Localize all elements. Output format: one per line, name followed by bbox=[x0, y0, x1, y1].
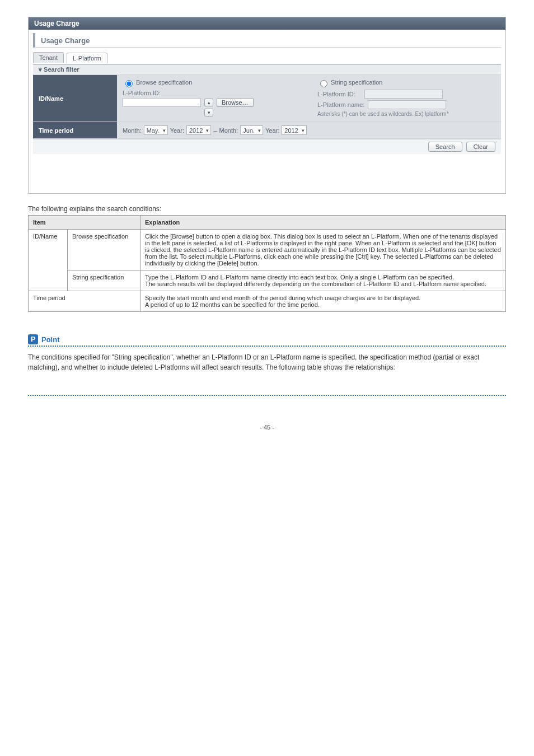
cell-idname: ID/Name bbox=[29, 230, 68, 291]
period-dash: – bbox=[213, 127, 217, 134]
cell-browse-explanation: Click the [Browse] button to open a dial… bbox=[140, 230, 506, 270]
to-year-label: Year: bbox=[265, 127, 279, 134]
cell-string-spec: String specification bbox=[68, 270, 140, 291]
to-month-select[interactable]: Jun. bbox=[240, 125, 263, 135]
browse-radio[interactable] bbox=[125, 80, 133, 87]
string-lplatform-name-label: L-Platform name: bbox=[317, 101, 364, 108]
browse-lplatform-id-input[interactable] bbox=[123, 98, 201, 107]
browse-lplatform-id-label: L-Platform ID: bbox=[123, 90, 166, 96]
to-month-label: Month: bbox=[219, 127, 238, 134]
browse-specification: Browse specification L-Platform ID: ▴ Br… bbox=[123, 78, 301, 118]
idname-row: ID/Name Browse specification L-Platform … bbox=[33, 75, 501, 122]
from-month-label: Month: bbox=[123, 127, 142, 134]
from-year-label: Year: bbox=[170, 127, 184, 134]
point-body: The conditions specified for "String spe… bbox=[28, 352, 506, 372]
arrow-up-button[interactable]: ▴ bbox=[204, 99, 213, 106]
time-period-label: Time period bbox=[33, 122, 117, 138]
point-header: P Point bbox=[28, 334, 506, 344]
browse-button[interactable]: Browse… bbox=[217, 98, 254, 107]
search-filter-body: ID/Name Browse specification L-Platform … bbox=[33, 75, 501, 139]
dotline-bottom bbox=[28, 395, 506, 396]
time-period-controls: Month: May. Year: 2012 – Month: Jun. Yea… bbox=[123, 125, 307, 135]
cell-string-explanation: Type the L-Platform ID and L-Platform na… bbox=[140, 270, 506, 291]
to-year-select[interactable]: 2012 bbox=[282, 125, 306, 135]
clear-button[interactable]: Clear bbox=[466, 142, 495, 152]
usage-charge-panel: Usage Charge Usage Charge Tenant L-Platf… bbox=[28, 17, 506, 194]
string-lplatform-id-input[interactable] bbox=[364, 90, 443, 99]
header-item: Item bbox=[29, 216, 140, 230]
cell-timeperiod-explanation: Specify the start month and end month of… bbox=[140, 291, 506, 312]
string-radio[interactable] bbox=[320, 80, 327, 87]
wildcard-hint: Asterisks (*) can be used as wildcards. … bbox=[317, 111, 495, 117]
tab-bar: Tenant L-Platform bbox=[33, 52, 501, 64]
string-title: String specification bbox=[331, 79, 382, 86]
time-period-row: Time period Month: May. Year: 2012 – Mon… bbox=[33, 122, 501, 139]
point-icon: P bbox=[28, 334, 38, 344]
table-row: ID/Name Browse specification Click the [… bbox=[29, 230, 506, 270]
tab-lplatform[interactable]: L-Platform bbox=[67, 53, 107, 63]
point-label: Point bbox=[41, 335, 60, 344]
string-specification: String specification L-Platform ID: L-Pl… bbox=[317, 78, 495, 118]
action-bar: Search Clear bbox=[33, 139, 501, 154]
panel-title: Usage Charge bbox=[29, 17, 505, 30]
string-lplatform-id-label: L-Platform ID: bbox=[317, 91, 361, 97]
string-lplatform-name-input[interactable] bbox=[368, 100, 446, 109]
from-month-select[interactable]: May. bbox=[144, 125, 168, 135]
arrow-down-button[interactable]: ▾ bbox=[204, 109, 213, 116]
from-year-select[interactable]: 2012 bbox=[186, 125, 211, 135]
cell-browse-spec: Browse specification bbox=[68, 230, 140, 270]
tab-tenant[interactable]: Tenant bbox=[33, 52, 64, 63]
search-conditions-table: Item Explanation ID/Name Browse specific… bbox=[28, 215, 506, 312]
browse-title: Browse specification bbox=[136, 79, 192, 86]
header-explanation: Explanation bbox=[140, 216, 506, 230]
cell-timeperiod: Time period bbox=[29, 291, 140, 312]
table-row: Time period Specify the start month and … bbox=[29, 291, 506, 312]
description-text: The following explains the search condit… bbox=[28, 205, 506, 213]
idname-label: ID/Name bbox=[33, 75, 117, 122]
search-button[interactable]: Search bbox=[428, 142, 462, 152]
table-row: String specification Type the L-Platform… bbox=[29, 270, 506, 291]
panel-subtitle: Usage Charge bbox=[33, 33, 501, 48]
dotline-top bbox=[28, 346, 506, 347]
point-block: P Point The conditions specified for "St… bbox=[28, 334, 506, 396]
search-filter-header[interactable]: ▾ Search filter bbox=[33, 64, 501, 75]
results-area bbox=[33, 154, 501, 193]
page-number: - 45 - bbox=[28, 424, 506, 431]
